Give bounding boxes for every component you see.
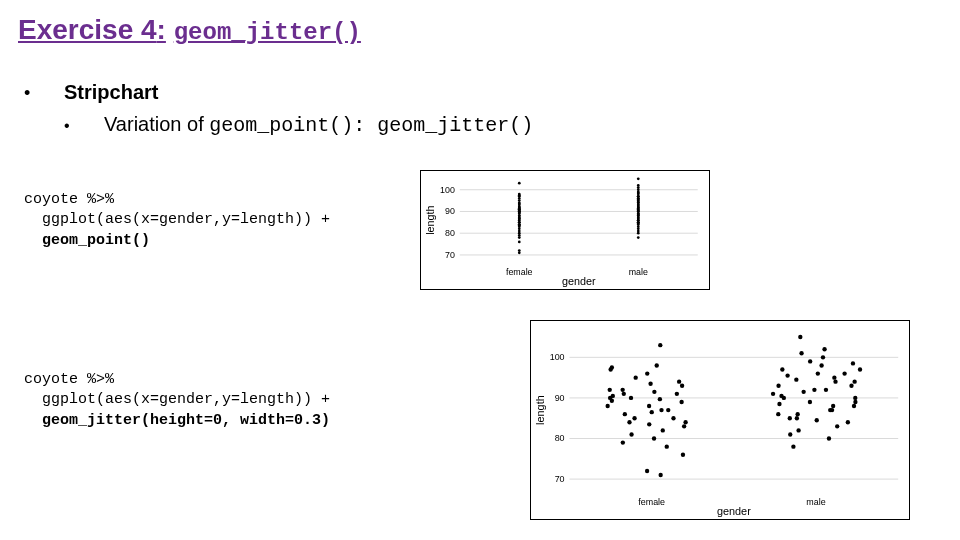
svg-text:female: female [506,267,533,277]
svg-point-184 [851,361,855,365]
svg-point-135 [652,390,656,394]
code1-line1: coyote %>% [24,191,114,208]
svg-text:male: male [629,267,648,277]
title-colon: : [157,14,166,45]
svg-point-113 [629,432,633,436]
svg-text:length: length [424,205,436,234]
svg-point-188 [822,347,826,351]
svg-point-175 [852,380,856,384]
svg-point-178 [785,373,789,377]
svg-point-125 [605,404,609,408]
svg-point-156 [795,412,799,416]
bullet-dot-icon: • [64,115,104,137]
svg-point-52 [637,236,640,239]
title-func: geom_jitter() [174,19,361,46]
svg-point-165 [853,396,857,400]
svg-point-94 [637,177,640,180]
svg-point-177 [832,375,836,379]
svg-point-173 [776,384,780,388]
svg-point-148 [827,436,831,440]
bullet-1-text: Stripchart [64,78,158,106]
svg-point-51 [518,182,521,185]
svg-point-142 [645,371,649,375]
svg-point-160 [831,404,835,408]
svg-text:male: male [806,497,825,507]
bullet-dot-icon: • [24,81,64,106]
svg-point-110 [665,444,669,448]
svg-point-123 [666,408,670,412]
svg-point-181 [780,367,784,371]
svg-point-150 [796,428,800,432]
bullet-2-text: Variation of geom_point(): geom_jitter() [104,110,533,140]
svg-point-117 [627,420,631,424]
svg-point-186 [821,355,825,359]
svg-point-161 [852,404,856,408]
bullet-2-pre: Variation of [104,113,209,135]
svg-text:gender: gender [717,505,751,517]
svg-point-183 [819,363,823,367]
svg-text:100: 100 [440,185,455,195]
svg-point-149 [788,432,792,436]
svg-point-159 [830,408,834,412]
code-block-1: coyote %>% ggplot(aes(x=gender,y=length)… [24,190,330,251]
svg-point-162 [777,402,781,406]
svg-point-172 [849,384,853,388]
svg-point-144 [610,365,614,369]
svg-point-119 [671,416,675,420]
chart-geom-point: 708090100femalemalegenderlength [420,170,710,290]
code2-line2: ggplot(aes(x=gender,y=length)) + [24,391,330,408]
svg-text:female: female [638,497,665,507]
svg-text:70: 70 [445,250,455,260]
svg-point-139 [648,382,652,386]
svg-point-112 [652,436,656,440]
svg-point-141 [633,375,637,379]
svg-point-93 [637,184,640,187]
svg-point-182 [858,367,862,371]
svg-text:length: length [534,395,546,425]
bullet-1: • Stripchart [24,78,533,106]
svg-point-126 [647,404,651,408]
svg-point-127 [679,400,683,404]
svg-point-189 [798,335,802,339]
svg-point-168 [771,392,775,396]
svg-point-174 [833,380,837,384]
svg-point-170 [812,388,816,392]
svg-point-153 [815,418,819,422]
svg-point-108 [645,469,649,473]
svg-point-187 [799,351,803,355]
slide-title: Exercise 4: geom_jitter() [18,14,361,46]
chart-geom-jitter: 708090100femalemalegenderlength [530,320,910,520]
svg-point-146 [658,343,662,347]
svg-point-138 [680,384,684,388]
bullet-list: • Stripchart • Variation of geom_point()… [24,78,533,140]
svg-point-129 [658,397,662,401]
svg-point-107 [658,473,662,477]
svg-point-50 [518,193,521,196]
svg-text:80: 80 [555,433,565,443]
svg-text:80: 80 [445,228,455,238]
svg-point-145 [655,363,659,367]
svg-point-147 [791,444,795,448]
svg-point-155 [795,416,799,420]
svg-point-171 [824,388,828,392]
svg-point-122 [650,410,654,414]
svg-point-163 [853,400,857,404]
svg-point-180 [842,371,846,375]
svg-point-124 [659,408,663,412]
svg-point-111 [621,440,625,444]
svg-point-137 [620,388,624,392]
svg-text:gender: gender [562,275,596,287]
svg-point-14 [518,241,521,244]
svg-point-157 [776,412,780,416]
svg-point-185 [808,359,812,363]
svg-point-154 [788,416,792,420]
bullet-2-code: geom_point(): geom_jitter() [209,114,533,137]
bullet-2: • Variation of geom_point(): geom_jitter… [24,110,533,140]
svg-point-164 [808,400,812,404]
svg-point-120 [632,416,636,420]
svg-point-179 [816,371,820,375]
code2-line1: coyote %>% [24,371,114,388]
code-block-2: coyote %>% ggplot(aes(x=gender,y=length)… [24,370,330,431]
svg-point-169 [801,390,805,394]
svg-point-114 [661,428,665,432]
